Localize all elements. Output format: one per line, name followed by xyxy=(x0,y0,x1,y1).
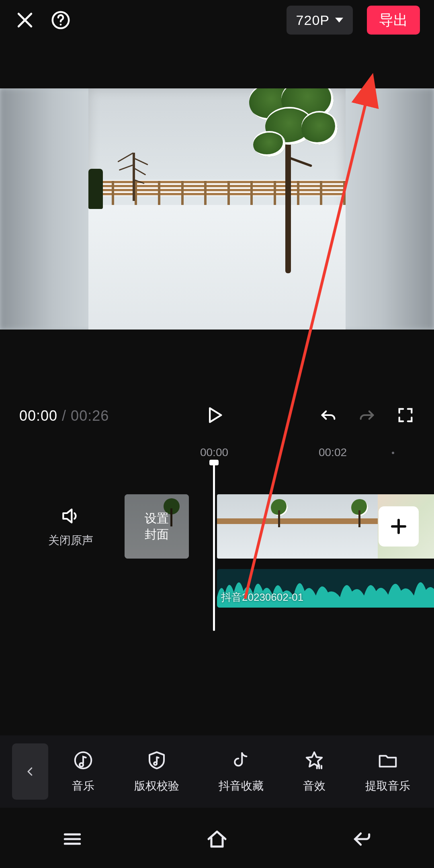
preview-frame xyxy=(88,88,346,330)
export-label: 导出 xyxy=(379,10,408,30)
tool-music[interactable]: 音乐 xyxy=(72,749,94,794)
tool-label: 抖音收藏 xyxy=(219,778,264,794)
tool-douyin-favorites[interactable]: 抖音收藏 xyxy=(219,749,264,794)
resolution-dropdown[interactable]: 720P xyxy=(287,6,353,35)
set-cover-button[interactable]: 设置 封面 xyxy=(125,494,189,559)
fullscreen-button[interactable] xyxy=(396,406,415,426)
export-button[interactable]: 导出 xyxy=(367,6,420,35)
back-button[interactable] xyxy=(350,828,373,852)
music-note-icon xyxy=(72,749,94,773)
play-button[interactable] xyxy=(204,405,225,427)
total-time: 00:26 xyxy=(71,407,109,424)
chevron-down-icon xyxy=(335,18,343,23)
tool-label: 音乐 xyxy=(72,778,94,794)
redo-button[interactable] xyxy=(358,406,376,426)
douyin-icon xyxy=(230,749,252,773)
playhead[interactable] xyxy=(213,462,215,631)
playback-time: 00:00 / 00:26 xyxy=(19,407,109,424)
ruler-mark: 00:02 xyxy=(319,446,347,459)
undo-button[interactable] xyxy=(319,406,338,426)
bottom-toolbar: 音乐 版权校验 抖音收藏 音效 xyxy=(0,735,434,808)
resolution-value: 720P xyxy=(296,12,330,28)
video-thumb xyxy=(297,494,378,559)
recent-apps-button[interactable] xyxy=(61,828,84,852)
ruler-mark: 00:00 xyxy=(200,446,228,459)
cover-label: 设置 封面 xyxy=(145,510,169,542)
tool-sound-effects[interactable]: 音效 xyxy=(303,749,326,794)
timeline[interactable]: 关闭原声 设置 封面 抖音20230602-01 xyxy=(0,466,434,675)
ruler-tick xyxy=(392,452,394,454)
star-sfx-icon xyxy=(303,749,325,773)
mute-label: 关闭原声 xyxy=(48,533,93,548)
svg-point-1 xyxy=(60,24,62,26)
video-thumb xyxy=(217,494,297,559)
video-preview[interactable] xyxy=(0,88,434,330)
shield-music-icon xyxy=(146,749,168,773)
folder-icon xyxy=(377,749,399,773)
current-time: 00:00 xyxy=(19,407,57,424)
tool-label: 版权校验 xyxy=(134,778,179,794)
system-nav-bar xyxy=(0,812,434,868)
audio-clip-label: 抖音20230602-01 xyxy=(221,590,303,604)
tool-copyright-verify[interactable]: 版权校验 xyxy=(134,749,179,794)
tool-label: 音效 xyxy=(303,778,326,794)
add-clip-button[interactable] xyxy=(379,506,419,547)
mute-original-audio-button[interactable] xyxy=(59,505,82,529)
tool-label: 提取音乐 xyxy=(365,778,410,794)
home-button[interactable] xyxy=(206,828,228,852)
audio-track[interactable]: 抖音20230602-01 xyxy=(217,569,434,608)
help-button[interactable] xyxy=(50,9,72,31)
toolbar-back-button[interactable] xyxy=(12,743,48,800)
close-button[interactable] xyxy=(14,9,36,31)
tool-extract-music[interactable]: 提取音乐 xyxy=(365,749,410,794)
